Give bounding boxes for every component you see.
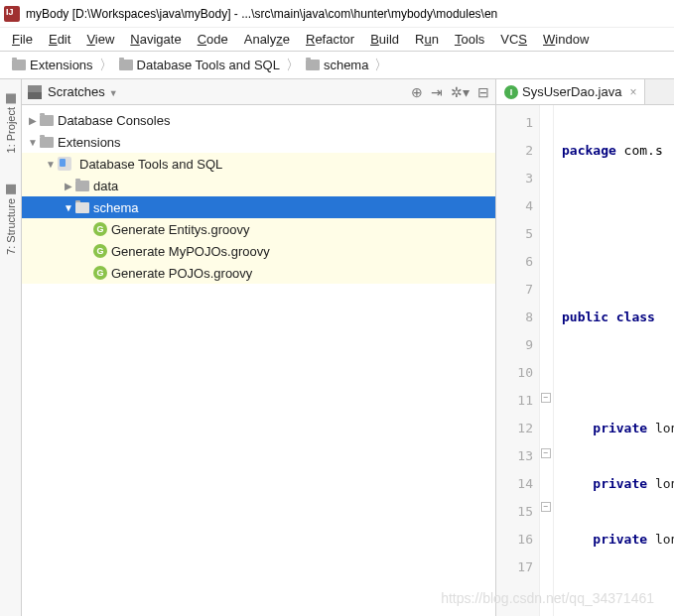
menu-refactor[interactable]: Refactor — [298, 30, 362, 49]
tree-item-db-tools[interactable]: ▼Database Tools and SQL — [22, 153, 495, 175]
line-gutter: 1234567891011121314151617 — [496, 105, 540, 616]
editor: I SysUserDao.java × 12345678910111213141… — [496, 79, 674, 616]
menubar: File Edit View Navigate Code Analyze Ref… — [0, 28, 674, 52]
breadcrumb: Extensions 〉 Database Tools and SQL 〉 sc… — [0, 52, 674, 79]
breadcrumb-label: schema — [324, 58, 369, 72]
tree-item-file[interactable]: GGenerate POJOs.groovy — [22, 262, 495, 284]
groovy-icon: G — [93, 266, 107, 280]
collapse-arrow-icon[interactable]: ▼ — [26, 137, 40, 148]
menu-tools[interactable]: Tools — [447, 30, 492, 49]
menu-file[interactable]: File — [4, 30, 41, 49]
project-panel: Scratches▼ ⊕ ⇥ ✲▾ ⊟ ▶Database Consoles ▼… — [22, 79, 496, 616]
collapse-arrow-icon[interactable]: ▼ — [62, 202, 75, 213]
code-area[interactable]: 1234567891011121314151617 − − − package … — [496, 105, 674, 616]
tree-item-extensions[interactable]: ▼Extensions — [22, 131, 495, 153]
groovy-icon: G — [93, 222, 107, 236]
project-tree[interactable]: ▶Database Consoles ▼Extensions ▼Database… — [22, 105, 495, 616]
folder-icon — [40, 137, 54, 148]
folder-icon — [306, 60, 320, 70]
folder-icon — [12, 60, 26, 70]
menu-vcs[interactable]: VCS — [492, 30, 535, 49]
editor-tabbar: I SysUserDao.java × — [496, 79, 674, 105]
tab-project[interactable]: 1: Project — [3, 87, 19, 159]
structure-icon — [6, 185, 16, 194]
menu-view[interactable]: View — [78, 30, 122, 49]
tab-label: SysUserDao.java — [522, 84, 621, 99]
fold-icon[interactable]: − — [541, 393, 551, 403]
groovy-icon: G — [93, 244, 107, 258]
menu-navigate[interactable]: Navigate — [122, 30, 189, 49]
expand-arrow-icon[interactable]: ▶ — [26, 115, 40, 126]
dropdown-icon: ▼ — [109, 88, 118, 98]
folder-icon — [119, 60, 133, 70]
code-text[interactable]: package com.s public class private lon p… — [554, 105, 674, 616]
folder-icon — [75, 181, 89, 191]
collapse-arrow-icon[interactable]: ▼ — [44, 159, 58, 170]
hide-icon[interactable]: ⊟ — [477, 84, 489, 100]
chevron-right-icon: 〉 — [284, 57, 302, 74]
scratches-icon — [28, 85, 42, 99]
panel-header: Scratches▼ ⊕ ⇥ ✲▾ ⊟ — [22, 79, 495, 105]
breadcrumb-label: Database Tools and SQL — [137, 58, 280, 72]
panel-title[interactable]: Scratches▼ — [48, 84, 411, 99]
breadcrumb-item[interactable]: Extensions — [8, 58, 97, 72]
tree-item-file[interactable]: GGenerate MyPOJOs.groovy — [22, 240, 495, 262]
chevron-right-icon: 〉 — [372, 57, 390, 74]
folder-icon — [40, 115, 54, 126]
breadcrumb-item[interactable]: schema — [302, 58, 373, 72]
tree-item-db-consoles[interactable]: ▶Database Consoles — [22, 109, 495, 131]
tree-item-data[interactable]: ▶data — [22, 175, 495, 196]
interface-icon: I — [504, 85, 518, 99]
titlebar: myBody [D:\Workspaces\java\myBody] - ...… — [0, 0, 674, 28]
collapse-icon[interactable]: ⇥ — [431, 84, 443, 100]
fold-icon[interactable]: − — [541, 502, 551, 512]
project-icon — [6, 93, 16, 103]
tree-item-file[interactable]: GGenerate Entitys.groovy — [22, 218, 495, 240]
breadcrumb-label: Extensions — [30, 58, 93, 72]
menu-run[interactable]: Run — [407, 30, 447, 49]
chevron-right-icon: 〉 — [97, 57, 115, 74]
fold-gutter: − − − — [540, 105, 554, 616]
fold-icon[interactable]: − — [541, 448, 551, 458]
menu-build[interactable]: Build — [362, 30, 407, 49]
menu-code[interactable]: Code — [190, 30, 236, 49]
database-icon — [58, 157, 71, 171]
editor-tab[interactable]: I SysUserDao.java × — [496, 79, 645, 104]
tab-structure[interactable]: 7: Structure — [3, 179, 19, 261]
menu-edit[interactable]: Edit — [41, 30, 78, 49]
menu-analyze[interactable]: Analyze — [236, 30, 298, 49]
tree-item-schema[interactable]: ▼schema — [22, 196, 495, 218]
app-logo-icon — [4, 6, 20, 22]
expand-arrow-icon[interactable]: ▶ — [62, 181, 75, 191]
target-icon[interactable]: ⊕ — [411, 84, 423, 100]
tool-window-bar: 1: Project 7: Structure — [0, 79, 22, 616]
menu-window[interactable]: Window — [535, 30, 597, 49]
window-title: myBody [D:\Workspaces\java\myBody] - ...… — [26, 7, 497, 21]
close-icon[interactable]: × — [629, 85, 636, 99]
folder-icon — [75, 202, 89, 213]
breadcrumb-item[interactable]: Database Tools and SQL — [115, 58, 284, 72]
gear-icon[interactable]: ✲▾ — [451, 84, 470, 100]
